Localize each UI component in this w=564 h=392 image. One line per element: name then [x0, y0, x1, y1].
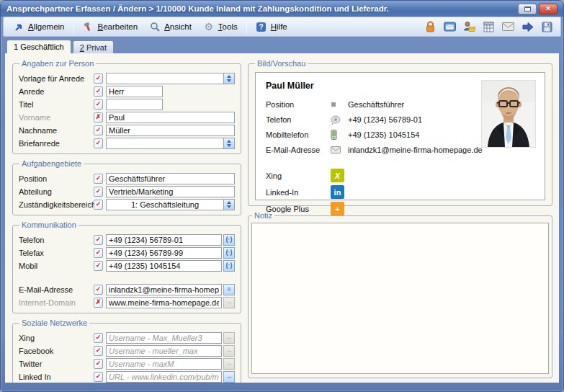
field-label: Abteilung: [19, 187, 94, 196]
xing-input[interactable]: [106, 332, 222, 344]
field-check-icon[interactable]: ✓: [94, 86, 103, 97]
contact-photo: [481, 80, 536, 148]
field-check-icon[interactable]: ✓: [94, 200, 103, 210]
menu-separator: [246, 20, 247, 34]
menu-bearbeiten[interactable]: Bearbeiten: [77, 19, 144, 35]
field-check-icon[interactable]: ✓: [94, 138, 103, 148]
field-check-icon[interactable]: ✓: [94, 346, 103, 356]
linkedin-input[interactable]: [106, 371, 222, 383]
field-check-icon[interactable]: ✓: [94, 125, 103, 135]
field-label: Vorlage für Anrede: [19, 74, 94, 83]
lock-icon[interactable]: [424, 21, 437, 33]
telefax-input[interactable]: [106, 247, 222, 259]
message-card-icon[interactable]: [444, 21, 456, 33]
menu-allgemein[interactable]: Allgemein: [7, 19, 71, 35]
hammer-icon: [83, 21, 94, 32]
field-row-twitter: Twitter ✓ →: [19, 357, 235, 370]
field-check-icon[interactable]: ✓: [94, 248, 103, 258]
field-check-icon[interactable]: ✓: [94, 99, 103, 110]
tab-privat[interactable]: 2 Privat: [73, 40, 114, 53]
field-label: Internet-Domain: [19, 298, 94, 307]
section-aufgabengebiete: Aufgabengebiete Position ✓ Abteilung ✓ Z…: [12, 159, 241, 215]
spinner-icon[interactable]: [223, 200, 234, 210]
field-check-icon[interactable]: ✓: [94, 187, 103, 197]
mail-icon: [331, 146, 348, 153]
email-menu-button[interactable]: ≡: [223, 284, 235, 295]
menu-ansicht[interactable]: Ansicht: [143, 19, 197, 35]
vorname-input[interactable]: [106, 112, 235, 123]
zustaendigkeitsbereich-select[interactable]: 1: Geschäftsleitung: [106, 199, 235, 210]
envelope-icon[interactable]: [502, 21, 514, 33]
telefon-input[interactable]: [106, 234, 222, 246]
open-link-button-disabled: →: [223, 358, 235, 370]
forward-arrow-icon[interactable]: [522, 21, 534, 33]
section-title: Kommunikation: [19, 220, 79, 229]
select-value: [107, 138, 223, 148]
close-button[interactable]: ✕: [539, 4, 558, 14]
open-link-button[interactable]: →: [223, 371, 235, 383]
mobil-input[interactable]: [106, 260, 222, 272]
dial-button[interactable]: (·): [223, 247, 235, 259]
svg-text:?: ?: [259, 23, 264, 31]
xing-icon[interactable]: X: [331, 169, 344, 182]
internet-domain-input[interactable]: [106, 297, 222, 308]
field-cross-icon[interactable]: ✗: [94, 298, 103, 308]
field-label: Telefon: [19, 236, 94, 244]
googleplus-icon[interactable]: +: [331, 202, 344, 215]
nachname-input[interactable]: [106, 125, 235, 136]
anrede-input[interactable]: [106, 86, 163, 97]
vorlage-anrede-select[interactable]: [106, 73, 235, 84]
field-cross-icon[interactable]: ✗: [94, 112, 103, 122]
row-spacer: [19, 272, 235, 282]
field-check-icon[interactable]: ✓: [94, 285, 103, 295]
table-icon[interactable]: [483, 21, 495, 33]
menu-separator: [73, 20, 74, 34]
field-label: Twitter: [19, 360, 94, 368]
titel-input[interactable]: [106, 99, 163, 110]
window-controls: ✕: [518, 4, 558, 14]
field-row-email: E-Mail-Adresse ✓ ≡: [19, 283, 235, 295]
preview-row-googleplus: Google Plus +: [266, 201, 534, 216]
user-mail-icon[interactable]: [463, 21, 475, 33]
field-check-icon[interactable]: ✓: [94, 235, 103, 245]
contact-preview-card: Paul Müller Position Geschäftsführer Tel…: [255, 72, 545, 200]
spinner-icon[interactable]: [223, 74, 234, 84]
spinner-icon[interactable]: [223, 138, 234, 148]
field-check-icon[interactable]: ✓: [94, 372, 103, 382]
field-check-icon[interactable]: ✓: [94, 333, 103, 343]
dial-button[interactable]: (·): [223, 260, 235, 272]
field-row-telefax: Telefax ✓ (·): [19, 246, 235, 259]
dial-button[interactable]: (·): [223, 234, 235, 246]
twitter-input[interactable]: [106, 358, 222, 370]
field-check-icon[interactable]: ✓: [94, 359, 103, 369]
position-input[interactable]: [106, 173, 235, 184]
field-row-vorname: Vorname ✗: [19, 111, 235, 123]
preview-value: Geschäftsführer: [348, 100, 404, 109]
maximize-icon: [524, 6, 531, 12]
field-row-xing: Xing ✓ →: [19, 331, 235, 344]
preview-label: Position: [266, 100, 331, 109]
maximize-button[interactable]: [518, 4, 537, 14]
title-bar[interactable]: Ansprechpartner Erfassen / Ändern > 1/10…: [1, 1, 563, 17]
briefanrede-select[interactable]: [106, 138, 235, 149]
preview-label: Xing: [266, 172, 331, 180]
facebook-input[interactable]: [106, 345, 222, 357]
email-input[interactable]: [106, 284, 222, 295]
tab-geschaeftlich[interactable]: 1 Geschäftlich: [6, 40, 71, 53]
field-check-icon[interactable]: ✓: [94, 74, 103, 84]
field-check-icon[interactable]: ✓: [94, 261, 103, 271]
mobile-icon: [331, 130, 348, 140]
section-title: Angaben zur Person: [19, 59, 96, 68]
menu-hilfe[interactable]: ? Hilfe: [250, 19, 293, 35]
field-row-titel: Titel ✓: [19, 98, 235, 110]
section-notiz: Notiz: [248, 211, 552, 378]
field-label: E-Mail-Adresse: [19, 285, 94, 294]
linkedin-icon[interactable]: in: [331, 185, 344, 199]
abteilung-input[interactable]: [106, 186, 235, 197]
field-label: Facebook: [19, 347, 94, 355]
save-icon[interactable]: [541, 21, 553, 33]
section-bild-vorschau: Bild/Vorschau Paul Müller Position Gesch…: [248, 59, 552, 206]
notiz-textarea[interactable]: [251, 223, 549, 374]
menu-tools[interactable]: ⚙ Tools: [197, 19, 243, 35]
field-check-icon[interactable]: ✓: [94, 174, 103, 184]
